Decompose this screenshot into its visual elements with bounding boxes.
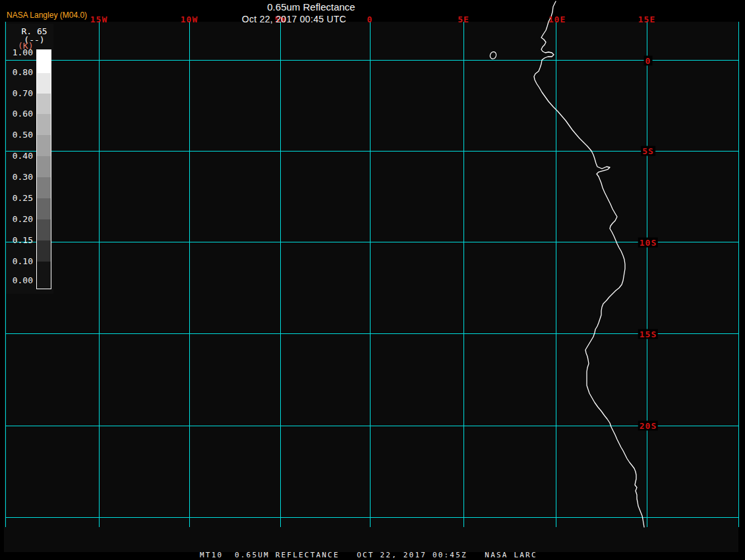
colorbar-segment xyxy=(37,156,51,177)
lat-label-5S: 5S xyxy=(641,146,655,156)
colorbar-tick-label: 0.20 xyxy=(5,214,33,225)
lat-label-20S: 20S xyxy=(638,421,658,431)
colorbar-segment xyxy=(37,73,51,94)
colorbar-segment xyxy=(37,135,51,156)
colorbar-tick-label: 0.50 xyxy=(5,130,33,140)
colorbar-tick-label: 0.40 xyxy=(5,151,33,161)
colorbar-segment xyxy=(37,240,51,262)
colorbar-segment xyxy=(37,177,51,198)
colorbar-tick-label: 0.70 xyxy=(5,88,33,99)
timestamp-subtitle: Oct 22, 2017 00:45 UTC xyxy=(0,14,588,24)
page-title: 0.65um Reflectance xyxy=(0,1,622,13)
colorbar-tick-label: 0.10 xyxy=(5,256,33,267)
map-grid-and-coastline xyxy=(0,0,745,560)
lat-label-10S: 10S xyxy=(638,237,658,247)
footer-caption: MT10 0.65UM REFLECTANCE OCT 22, 2017 00:… xyxy=(200,551,537,559)
colorbar-tick-label: 0.60 xyxy=(5,109,33,119)
colorbar-segment xyxy=(37,50,51,73)
colorbar-segment xyxy=(37,219,51,240)
coastline-path xyxy=(534,1,644,527)
colorbar-segment xyxy=(37,94,51,114)
colorbar-tick-label: 0.00 xyxy=(5,275,33,286)
satellite-map-viewer: NASA Langley (M04.0) 0.65um Reflectance … xyxy=(0,0,745,560)
colorbar-gradient xyxy=(36,49,51,289)
lat-label-0: 0 xyxy=(644,55,653,65)
colorbar-segment xyxy=(37,262,51,289)
lat-label-15S: 15S xyxy=(638,329,658,339)
colorbar-tick-label: 0.15 xyxy=(5,235,33,246)
lon-label-15E: 15E xyxy=(638,14,655,24)
colorbar-segment xyxy=(37,198,51,219)
colorbar-tick-label: 0.30 xyxy=(5,172,33,182)
colorbar-tick-label: 0.80 xyxy=(5,67,33,78)
colorbar-segment xyxy=(37,114,51,135)
small-island-outline xyxy=(489,51,497,59)
source-version-label: NASA Langley (M04.0) xyxy=(7,11,87,20)
colorbar-tick-label: 0.25 xyxy=(5,193,33,204)
colorbar-kelvin-label: (K) xyxy=(18,41,33,51)
